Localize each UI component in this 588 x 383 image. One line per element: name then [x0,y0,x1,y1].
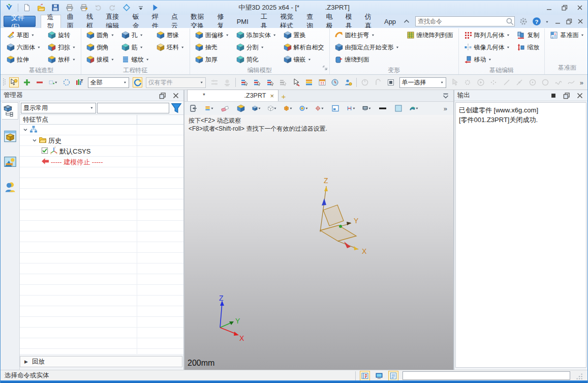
dropdown-arrow-icon[interactable]: ▼ [273,107,277,110]
dropdown-arrow-icon[interactable]: ▼ [352,107,356,110]
ribbon-button-缠绕到面[interactable]: 缠绕到面 [334,53,400,66]
print[interactable] [64,2,75,13]
role-manager-tab[interactable] [2,179,18,196]
qat-menu[interactable] [135,2,146,13]
dialog-launcher-icon[interactable] [323,65,328,72]
section-view[interactable]: ▼ [346,103,356,113]
manager-tab[interactable] [2,102,18,120]
tree-search-input[interactable] [98,103,169,113]
regen[interactable] [121,2,132,13]
dropdown-arrow-icon[interactable]: ▼ [111,58,114,61]
minimize-button[interactable] [542,2,557,13]
tab-仿真[interactable]: 仿真 [359,15,378,28]
tab-App[interactable]: App [378,15,402,28]
new-tab-button[interactable]: + [278,91,289,101]
dropdown-arrow-icon[interactable]: ▼ [308,58,312,61]
dropdown-arrow-icon[interactable]: ▼ [37,46,41,49]
base-feature[interactable] [236,103,246,113]
output-log[interactable]: 已创建零件 [www.x6g.com][零件001.Z3PRT]关闭成功. [455,102,586,368]
dropdown-arrow-icon[interactable]: ▼ [289,107,293,110]
expander-icon[interactable] [32,137,37,144]
command-search-input[interactable] [416,18,505,25]
pick-mode-select[interactable]: 单一选择▼ [399,77,447,88]
dropdown-arrow-icon[interactable]: ▼ [273,34,276,37]
dropdown-arrow-icon[interactable]: ▼ [580,34,584,37]
ribbon-button-解析自相交[interactable]: 解析自相交 [283,41,325,53]
ribbon-button-唇缘[interactable]: 唇缘 [156,29,185,41]
dropdown-arrow-icon[interactable]: ▼ [415,107,419,110]
ribbon-button-放样[interactable]: 放样▼ [47,53,77,66]
ribbon-button-草图[interactable]: 草图▼ [6,29,42,41]
mdi-minimize-button[interactable] [553,17,563,26]
visibility-checkbox[interactable] [41,147,48,156]
manager-close-icon[interactable] [171,91,180,100]
close-button[interactable] [572,2,587,13]
dropdown-arrow-icon[interactable]: ▼ [372,34,375,37]
mdi-restore-button[interactable] [564,17,574,26]
resize-grip[interactable] [574,371,583,380]
pick-from-list-1[interactable] [239,77,249,87]
ribbon-button-拉伸[interactable]: 拉伸 [6,53,42,66]
dropdown-arrow-icon[interactable]: ▼ [321,107,324,110]
prompt-log-toggle[interactable] [388,371,398,381]
redo[interactable] [107,2,118,13]
tab-模具[interactable]: 模具 [339,15,359,28]
tab-查询[interactable]: 查询 [300,15,320,28]
lasso-select[interactable] [62,77,72,87]
replay-bar[interactable]: ▶ 回放 [20,356,182,367]
ribbon-button-坯料[interactable]: 坯料▼ [156,41,185,53]
save-file[interactable] [50,2,61,13]
ribbon-button-缩放[interactable]: 缩放 [516,41,540,53]
ribbon-collapse-chevron[interactable] [402,17,411,26]
tree-filter-combo[interactable]: 显示常用 ▼ [21,103,96,113]
ribbon-button-简化[interactable]: 简化 [235,53,277,66]
wireframe-display[interactable]: ▼ [267,103,277,113]
tab-钣金[interactable]: 钣金 [127,15,146,28]
tab-视觉样式[interactable]: 视觉样式 [274,15,300,28]
dropdown-arrow-icon[interactable]: ▼ [258,107,261,110]
pick-last[interactable] [291,77,301,87]
ribbon-button-移动[interactable]: 移动▼ [463,53,511,66]
ribbon-button-旋转[interactable]: 旋转 [47,29,77,41]
pick-from-list-3[interactable] [265,77,275,87]
tab-PMI[interactable]: PMI [231,15,255,28]
ribbon-button-缠绕阵列到面[interactable]: 缠绕阵列到面 [406,29,454,41]
layer-manager[interactable]: ▼ [204,103,214,113]
tab-曲面[interactable]: 曲面 [61,15,80,28]
dropdown-arrow-icon[interactable]: ▼ [54,81,58,84]
dropdown-arrow-icon[interactable]: ▼ [72,58,76,61]
tree-row------ 建模停止 -----[interactable]: ----- 建模停止 ----- [20,157,183,167]
dropdown-arrow-icon[interactable]: ▼ [261,46,264,49]
ribbon-button-基准面[interactable]: 12基准面▼ [549,29,585,41]
ribbon-button-螺纹[interactable]: 螺纹▼ [120,53,150,66]
dropdown-arrow-icon[interactable]: ▼ [305,107,308,110]
ribbon-button-由指定点开始变形[interactable]: 由指定点开始变形▼ [334,41,400,53]
dropdown-arrow-icon[interactable]: ▼ [507,34,510,37]
ribbon-button-镶嵌[interactable]: 镶嵌▼ [283,53,325,66]
tree-filter-funnel-icon[interactable] [170,102,182,113]
tree-row-默认CSYS[interactable]: YZX默认CSYS [20,146,183,157]
render-manager-tab[interactable] [2,153,18,170]
viewport[interactable]: 按下<F2> 动态观察 <F8>或者<Shift-roll> 查找下一个有效的过… [184,115,453,370]
history-pick[interactable] [330,77,340,87]
file-menu-button[interactable]: 文件(F) [4,16,36,27]
ribbon-button-分割[interactable]: 分割▼ [235,41,277,53]
tree-row-root[interactable] [20,125,183,135]
pick-tool[interactable] [9,77,19,87]
ribbon-button-扫掠[interactable]: 扫掠▼ [47,41,77,53]
ribbon-button-圆角[interactable]: 圆角▼ [85,29,115,41]
dropdown-arrow-icon[interactable]: ▼ [226,34,229,37]
dropdown-arrow-icon[interactable]: ▼ [140,46,143,49]
ribbon-button-六面体[interactable]: 六面体▼ [6,41,42,53]
document-tab[interactable]: * .Z3PRT × [187,90,278,101]
panel-collapse-chevron[interactable] [441,91,450,100]
dropdown-arrow-icon[interactable]: ▼ [488,58,492,61]
output-pin-icon[interactable] [549,91,558,100]
view-orient[interactable]: ▼ [283,103,293,113]
tab-造型[interactable]: 造型 [41,15,61,28]
user-filter[interactable] [344,77,353,87]
area-pick[interactable] [386,77,396,87]
tab-数据交换[interactable]: 数据交换 [184,15,211,28]
new-file[interactable] [21,2,33,13]
open-file[interactable] [36,2,47,13]
